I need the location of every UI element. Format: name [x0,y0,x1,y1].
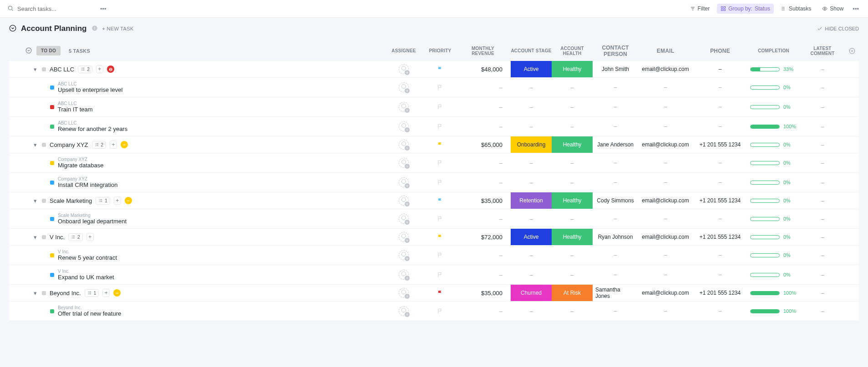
revenue-cell[interactable]: $72,000 [461,229,511,245]
phone-cell[interactable]: – [693,61,747,77]
subtask-row[interactable]: Beyond Inc. Offer trial of new feature –… [9,302,859,321]
email-cell[interactable]: – [638,153,693,172]
completion-progress[interactable]: 0% [750,104,797,110]
info-icon[interactable]: i [91,25,98,33]
chevron-down-icon[interactable] [25,47,32,55]
task-title[interactable]: Offer trial of new feature [58,310,121,317]
health-chip[interactable]: Healthy [552,136,593,153]
status-square[interactable] [42,143,46,147]
assignee-placeholder[interactable] [399,177,409,187]
priority-flag-icon[interactable] [437,104,443,110]
phone-cell[interactable]: – [693,117,747,136]
revenue-cell[interactable]: – [461,97,511,116]
add-subtask-button[interactable]: + [102,289,110,297]
task-title[interactable]: Renew 5 year contract [58,254,117,261]
task-row[interactable]: ▾ Beyond Inc. 1 + − $35,000 Churned At R… [9,285,859,302]
email-cell[interactable]: – [638,209,693,228]
stage-cell[interactable]: – [511,117,552,136]
phone-cell[interactable]: – [693,173,747,192]
comment-cell[interactable]: – [800,209,845,228]
priority-flag-icon[interactable] [437,84,443,90]
task-row[interactable]: ▾ Company XYZ 2 + − $65,000 Onboarding H… [9,136,859,153]
revenue-cell[interactable]: $35,000 [461,192,511,209]
priority-flag-icon[interactable] [437,141,443,148]
assignee-placeholder[interactable] [399,214,409,224]
phone-cell[interactable]: +1 201 555 1234 [693,136,747,153]
priority-flag-icon[interactable] [437,308,443,314]
health-chip[interactable]: Healthy [552,229,593,245]
contact-cell[interactable]: John Smith [593,61,638,77]
status-square[interactable] [50,309,54,313]
phone-cell[interactable]: – [693,153,747,172]
stage-chip[interactable]: Onboarding [511,136,552,153]
status-dot-icon[interactable]: − [113,289,121,297]
email-cell[interactable]: email@clickup.com [638,136,693,153]
add-subtask-button[interactable]: + [86,233,94,241]
contact-cell[interactable]: – [593,209,638,228]
stage-cell[interactable]: – [511,246,552,265]
assignee-placeholder[interactable] [399,140,409,150]
priority-flag-icon[interactable] [437,271,443,278]
col-assignee[interactable]: ASSIGNEE [388,46,420,55]
priority-flag-icon[interactable] [437,252,443,258]
health-cell[interactable]: – [552,97,593,116]
more-options-icon[interactable]: ••• [851,5,861,13]
col-health[interactable]: ACCOUNT HEALTH [552,46,593,56]
col-revenue[interactable]: MONTHLY REVENUE [461,44,511,58]
assignee-placeholder[interactable] [399,250,409,260]
task-title[interactable]: Train IT team [58,106,93,113]
phone-cell[interactable]: – [693,246,747,265]
email-cell[interactable]: – [638,246,693,265]
completion-progress[interactable]: 100% [750,308,797,314]
assignee-placeholder[interactable] [399,158,409,168]
email-cell[interactable]: email@clickup.com [638,285,693,301]
status-square[interactable] [50,161,54,165]
show-button[interactable]: Show [818,4,847,14]
status-pill[interactable]: TO DO [36,46,61,55]
completion-progress[interactable]: 100% [750,124,797,129]
task-title[interactable]: V Inc. [50,234,65,241]
priority-flag-icon[interactable] [437,179,443,186]
subtask-row[interactable]: Company XYZ Migrate database – – – – – –… [9,153,859,173]
priority-flag-icon[interactable] [437,66,443,72]
priority-flag-icon[interactable] [437,234,443,240]
contact-cell[interactable]: – [593,117,638,136]
task-title[interactable]: Install CRM integration [58,181,118,188]
priority-flag-icon[interactable] [437,290,443,296]
col-stage[interactable]: ACCOUNT STAGE [511,48,552,53]
health-chip[interactable]: At Risk [552,285,593,301]
revenue-cell[interactable]: – [461,302,511,321]
revenue-cell[interactable]: – [461,153,511,172]
assignee-placeholder[interactable] [399,121,409,131]
email-cell[interactable]: – [638,78,693,97]
add-subtask-button[interactable]: + [114,196,121,205]
comment-cell[interactable]: – [800,229,845,245]
assignee-placeholder[interactable] [399,270,409,280]
contact-cell[interactable]: – [593,173,638,192]
contact-cell[interactable]: – [593,153,638,172]
contact-cell[interactable]: – [593,302,638,321]
revenue-cell[interactable]: $48,000 [461,61,511,77]
phone-cell[interactable]: – [693,209,747,228]
caret-down-icon[interactable]: ▾ [34,234,38,241]
col-priority[interactable]: PRIORITY [420,46,461,55]
task-title[interactable]: Scale Marketing [50,197,92,204]
revenue-cell[interactable]: – [461,173,511,192]
assignee-placeholder[interactable] [399,232,409,242]
health-cell[interactable]: – [552,209,593,228]
search-input[interactable] [17,5,90,12]
col-contact[interactable]: CONTACT PERSON [593,43,638,59]
task-title[interactable]: ABC LLC [50,66,74,73]
health-cell[interactable]: – [552,153,593,172]
priority-flag-icon[interactable] [437,216,443,222]
stage-chip[interactable]: Active [511,229,552,245]
assignee-placeholder[interactable] [399,196,409,206]
status-square[interactable] [50,181,54,185]
status-square[interactable] [50,125,54,129]
add-column-button[interactable] [845,46,859,56]
status-square[interactable] [42,235,46,239]
status-square[interactable] [50,273,54,277]
completion-progress[interactable]: 0% [750,160,797,166]
subtask-row[interactable]: ABC LLC Train IT team – – – – – – 0% – [9,97,859,117]
health-cell[interactable]: – [552,117,593,136]
